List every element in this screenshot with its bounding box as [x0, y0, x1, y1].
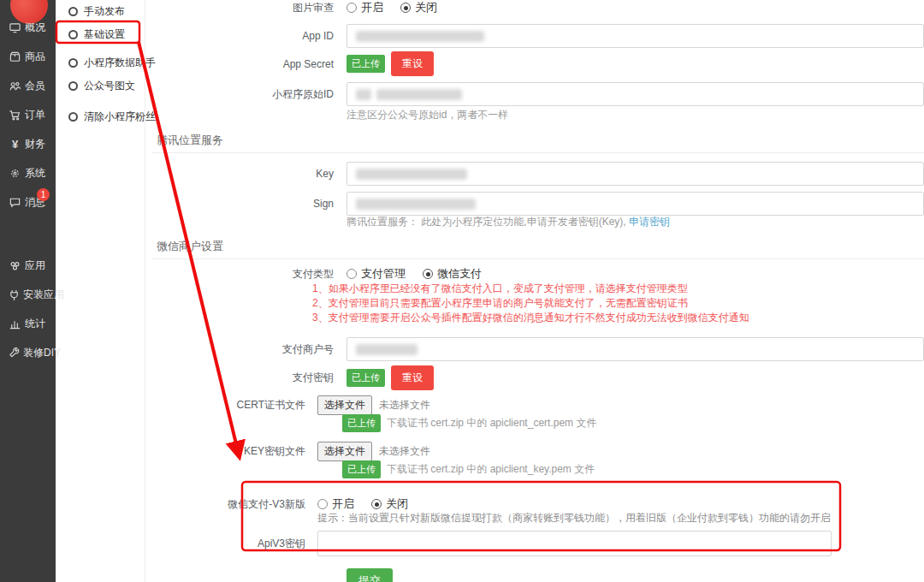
menu-radio-icon [68, 30, 78, 39]
submenu-item-label: 公众号图文 [84, 79, 135, 93]
sidebar-item-orders[interactable]: 订单 [0, 100, 56, 129]
sidebar-item-label: 统计 [25, 317, 45, 331]
sidebar-item-messages[interactable]: 消息 1 [0, 187, 56, 217]
app-id-label: App ID [145, 30, 334, 42]
origin-id-row: 小程序原始ID [145, 82, 924, 106]
origin-id-hint: 注意区分公众号原始id，两者不一样 [346, 108, 924, 122]
menu-radio-icon [68, 7, 78, 16]
origin-id-input[interactable] [346, 82, 924, 106]
finance-icon: ¥ [8, 138, 22, 151]
radio-label: 开启 [332, 496, 354, 512]
pay-type-manage-radio[interactable]: 支付管理 [346, 266, 406, 282]
sign-label: Sign [145, 198, 334, 210]
pay-type-label: 支付类型 [145, 267, 334, 282]
radio-label: 关闭 [386, 496, 408, 512]
apiv3-row: ApiV3密钥 [145, 531, 924, 556]
reset-pay-key-button[interactable]: 重设 [391, 365, 434, 390]
warning-line: 1、如果小程序里已经没有了微信支付入口，变成了支付管理，请选择支付管理类型 [312, 282, 924, 296]
radio-checked-icon [400, 3, 411, 13]
submenu-item-basic-settings[interactable]: 基础设置 [56, 23, 145, 46]
app-secret-row: App Secret 已上传 重设 [145, 51, 924, 76]
image-review-row: 图片审查 开启 关闭 [145, 0, 924, 15]
image-review-on-radio[interactable]: 开启 [346, 0, 383, 15]
radio-checked-icon [423, 269, 433, 279]
sidebar-item-label: 应用 [25, 258, 45, 273]
settings-form: 图片审查 开启 关闭 App ID App Secret 已上传 重设 小程序原… [145, 0, 924, 582]
menu-radio-icon [68, 81, 78, 91]
radio-label: 关闭 [415, 0, 437, 15]
warning-line: 2、支付管理目前只需要配置小程序里申请的商户号就能支付了，无需配置密钥证书 [312, 296, 924, 311]
location-section-title: 腾讯位置服务 [157, 133, 924, 147]
section-divider [152, 258, 924, 259]
v3-label: 微信支付-V3新版 [145, 497, 305, 512]
sidebar-item-label: 订单 [25, 108, 45, 122]
submenu-item-label: 基础设置 [84, 27, 125, 42]
radio-label: 微信支付 [437, 266, 482, 282]
submenu-item-manual-publish[interactable]: 手动发布 [56, 0, 145, 23]
sign-input[interactable] [346, 192, 924, 216]
pay-type-wechat-radio[interactable]: 微信支付 [423, 266, 482, 282]
submit-row: 提交 [145, 568, 924, 582]
submit-button[interactable]: 提交 [346, 568, 393, 582]
submenu-item-clear-fans[interactable]: 清除小程序粉丝 [56, 105, 145, 128]
sidebar-item-install-app[interactable]: 安装应用 [0, 280, 56, 309]
uploaded-badge: 已上传 [346, 55, 385, 73]
v3-off-radio[interactable]: 关闭 [371, 496, 408, 512]
sidebar-item-overview[interactable]: 概况 [0, 13, 56, 42]
sidebar-item-label: 商品 [25, 50, 45, 64]
origin-id-label: 小程序原始ID [145, 87, 334, 102]
masked-value [376, 89, 462, 100]
no-file-text: 未选择文件 [379, 444, 430, 459]
sidebar-item-label: 安装应用 [23, 288, 64, 302]
key-file-row: KEY密钥文件 选择文件 未选择文件 [145, 442, 924, 461]
radio-icon [346, 269, 357, 279]
members-icon [8, 80, 22, 92]
radio-icon [346, 3, 357, 13]
reset-app-secret-button[interactable]: 重设 [391, 51, 434, 76]
sidebar-item-stats[interactable]: 统计 [0, 309, 56, 338]
key-file-label: KEY密钥文件 [145, 444, 305, 459]
app-secret-label: App Secret [145, 58, 334, 70]
sidebar-nav: 概况 商品 会员 订单 ¥ 财务 系统 [0, 13, 56, 367]
apiv3-label: ApiV3密钥 [145, 537, 305, 551]
cert-file-note: 已上传 下载证书 cert.zip 中的 apiclient_cert.pem … [342, 415, 924, 431]
message-icon [8, 196, 22, 209]
no-file-text: 未选择文件 [379, 398, 430, 413]
sidebar-item-label: 会员 [25, 79, 45, 93]
sidebar-item-goods[interactable]: 商品 [0, 42, 56, 71]
orders-icon [8, 109, 22, 122]
apps-icon [8, 259, 22, 272]
cert-file-label: CERT证书文件 [145, 398, 305, 413]
pay-key-label: 支付密钥 [145, 371, 334, 385]
key-label: Key [145, 168, 334, 180]
admin-settings-page: 概况 商品 会员 订单 ¥ 财务 系统 [0, 0, 924, 582]
v3-row: 微信支付-V3新版 开启 关闭 [145, 496, 924, 512]
sidebar-item-diy[interactable]: 装修DIY [0, 338, 56, 367]
masked-value [356, 344, 418, 355]
section-divider [152, 152, 924, 153]
choose-key-file-button[interactable]: 选择文件 [317, 442, 372, 461]
submenu-item-official-articles[interactable]: 公众号图文 [56, 74, 145, 98]
sign-row: Sign [145, 192, 924, 216]
choose-cert-file-button[interactable]: 选择文件 [317, 395, 372, 415]
location-hint: 腾讯位置服务： 此处为小程序定位功能,申请开发者密钥(Key), 申请密钥 [346, 216, 924, 228]
radio-label: 支付管理 [361, 266, 406, 282]
apiv3-key-input[interactable] [317, 531, 832, 556]
key-input[interactable] [346, 162, 924, 186]
key-file-note: 已上传 下载证书 cert.zip 中的 apiclient_key.pem 文… [342, 461, 924, 477]
sidebar-item-apps[interactable]: 应用 [0, 251, 56, 280]
apply-key-link[interactable]: 申请密钥 [629, 216, 670, 228]
uploaded-badge: 已上传 [342, 414, 381, 432]
sidebar-item-finance[interactable]: ¥ 财务 [0, 129, 56, 158]
image-review-off-radio[interactable]: 关闭 [400, 0, 437, 15]
sidebar-item-members[interactable]: 会员 [0, 71, 56, 100]
merchant-id-input[interactable] [346, 337, 924, 361]
sidebar-item-system[interactable]: 系统 [0, 158, 56, 187]
masked-value [356, 199, 476, 210]
submenu-item-miniprogram-data[interactable]: 小程序数据助手 [56, 51, 145, 74]
v3-on-radio[interactable]: 开启 [317, 496, 354, 512]
sidebar-item-label: 财务 [25, 137, 45, 151]
app-id-input[interactable] [346, 24, 924, 48]
merchant-id-label: 支付商户号 [145, 342, 334, 357]
pay-type-row: 支付类型 支付管理 微信支付 [145, 266, 924, 282]
